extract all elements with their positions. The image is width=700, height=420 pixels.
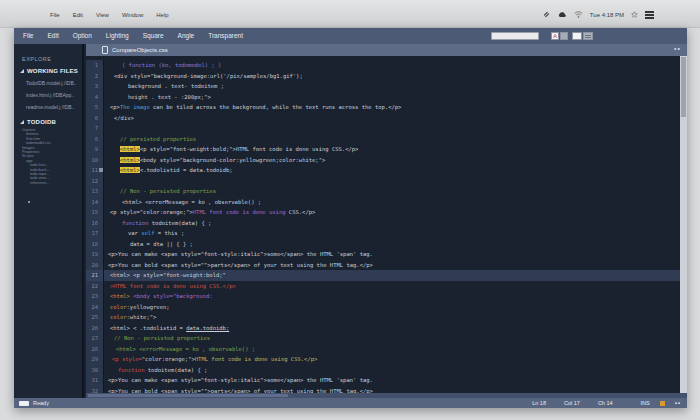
line-number[interactable]: 25 (86, 312, 104, 323)
code-line-text[interactable]: <html> <errorMessage = ko , observable()… (104, 344, 680, 355)
code-line-text[interactable]: <p>You can bold <span style="">parts</sp… (104, 386, 680, 394)
code-line-text[interactable]: <html> < .todolistid = data.todoidb; (104, 323, 680, 334)
line-number[interactable]: 16 (86, 218, 104, 229)
vertical-scrollbar[interactable] (680, 56, 687, 393)
code-line[interactable]: 27// Non - persisted properties (86, 333, 680, 344)
code-line-text[interactable]: >HTML font code is done using CSS.</p> (104, 281, 680, 292)
code-line-text[interactable]: </div> (104, 113, 680, 124)
working-file-item[interactable]: readme.model.j /IDB.. (26, 104, 82, 110)
working-file-item[interactable]: index.html.j /IDBApp.. (26, 92, 82, 98)
line-number[interactable]: 26 (86, 323, 104, 334)
code-line[interactable]: 9<html><p style="font-weight:bold;">HTML… (86, 144, 680, 155)
code-line[interactable]: 6</div> (86, 113, 680, 124)
line-number[interactable]: 28 (86, 344, 104, 355)
code-line[interactable]: 19<p>You can make <span style="font-styl… (86, 249, 680, 260)
code-line-text[interactable]: <html> <body style="background: (104, 291, 680, 302)
code-line[interactable]: 31<p>You can make <span style="font-styl… (86, 375, 680, 386)
code-line-text[interactable]: <html> <errorMessage = ko , observable()… (104, 197, 680, 208)
wifi-icon[interactable] (574, 11, 583, 18)
code-line[interactable]: 20<p>You can bold <span style="">parts</… (86, 260, 680, 271)
line-number[interactable]: 24 (86, 302, 104, 313)
line-number[interactable]: 9 (86, 144, 104, 155)
code-line[interactable]: 28<html> <errorMessage = ko , observable… (86, 344, 680, 355)
code-line[interactable]: 1( function (ko, todomodel) ; ) (86, 60, 680, 71)
code-line[interactable]: 5<p>The image can be tiled across the ba… (86, 102, 680, 113)
code-line[interactable]: 16function todoitem(data) { ; (86, 218, 680, 229)
font-color-button[interactable]: A (551, 32, 559, 40)
line-number[interactable]: 3 (86, 81, 104, 92)
code-line-text[interactable]: function todoitem(data) { ; (104, 365, 680, 376)
line-number[interactable]: 32 (86, 386, 104, 394)
code-line[interactable]: 14<html> <errorMessage = ko , observable… (86, 197, 680, 208)
status-orange-icon[interactable] (660, 401, 665, 406)
toolbar-item-square[interactable]: Square (143, 32, 164, 39)
code-line[interactable]: 4height . text - :200px;"> (86, 92, 680, 103)
code-line-text[interactable]: <p>The image can be tiled across the bac… (104, 102, 680, 113)
code-line-text[interactable]: background . text- todoitem ; (104, 81, 680, 92)
code-line[interactable]: 3background . text- todoitem ; (86, 81, 680, 92)
tab-compareobjects[interactable]: CompareObjects.css (102, 46, 168, 54)
code-line[interactable]: 10<html><body style="background-color:ye… (86, 155, 680, 166)
code-line-text[interactable]: height . text - :200px;"> (104, 92, 680, 103)
code-line[interactable]: 12 (86, 176, 680, 187)
code-line-text[interactable]: ( function (ko, todomodel) ; ) (104, 60, 680, 71)
mac-menu-item-edit[interactable]: Edit (73, 12, 83, 18)
mac-menu-item-view[interactable]: View (96, 12, 109, 18)
code-line[interactable]: 21<html> <p style="font-weight:bold;" (86, 270, 680, 281)
code-line-text[interactable]: <html><p style="font-weight:bold;">HTML … (104, 144, 680, 155)
line-number[interactable]: 5 (86, 102, 104, 113)
scrollbar-thumb[interactable] (681, 57, 686, 117)
code-line-text[interactable]: // Non - persisted properties (104, 333, 680, 344)
code-line[interactable]: 7 (86, 123, 680, 134)
code-line[interactable]: 8// persisted properties (86, 134, 680, 145)
pattern-swatch-button[interactable] (583, 32, 593, 40)
code-line-text[interactable]: // persisted properties (104, 134, 680, 145)
line-number[interactable]: 12 (86, 176, 104, 187)
code-line-text[interactable]: <html><body style="background-color:yell… (104, 155, 680, 166)
line-number[interactable]: 22 (86, 281, 104, 292)
toolbar-item-edit[interactable]: Edit (47, 32, 58, 39)
line-number[interactable]: 4 (86, 92, 104, 103)
tree-item[interactable]: reference... (14, 181, 82, 185)
line-number[interactable]: 20 (86, 260, 104, 271)
link-icon[interactable] (543, 11, 550, 18)
code-line-text[interactable] (104, 176, 680, 187)
code-line[interactable]: 29<p style="color:orange;">HTML font cod… (86, 354, 680, 365)
code-line[interactable]: 11<html><.todolistid = data.todoidb; (86, 165, 680, 176)
line-number[interactable]: 8 (86, 134, 104, 145)
notification-menu-icon[interactable] (645, 11, 654, 19)
line-number[interactable]: 27 (86, 333, 104, 344)
toolbar-item-angle[interactable]: Angle (178, 32, 195, 39)
code-line-text[interactable]: <html> <p style="font-weight:bold;" (104, 270, 680, 281)
code-line[interactable]: 32<p>You can bold <span style="">parts</… (86, 386, 680, 394)
code-line[interactable]: 17var self = this ; (86, 228, 680, 239)
toolbar-item-file[interactable]: File (23, 32, 33, 39)
color-swatch-white[interactable] (572, 32, 582, 40)
line-number[interactable]: 21 (86, 270, 104, 281)
tool-chip-button[interactable] (560, 32, 568, 40)
line-number[interactable]: 30 (86, 365, 104, 376)
code-line-text[interactable]: <div style="background-image:url('/pix/s… (104, 71, 680, 82)
line-number[interactable]: 14 (86, 197, 104, 208)
code-line-text[interactable]: color:white;"> (104, 312, 680, 323)
toolbar-item-lighting[interactable]: Lighting (106, 32, 129, 39)
line-number[interactable]: 17 (86, 228, 104, 239)
cloud-upload-icon[interactable] (557, 11, 567, 18)
line-number[interactable]: 13 (86, 186, 104, 197)
mac-menu-item-file[interactable]: File (50, 12, 60, 18)
code-line-text[interactable] (104, 123, 680, 134)
line-number[interactable]: 23 (86, 291, 104, 302)
line-number[interactable]: 29 (86, 354, 104, 365)
tab-overflow-dots[interactable]: •• (674, 45, 681, 52)
code-line-text[interactable]: <p style="color:orange;">HTML font code … (104, 354, 680, 365)
line-number[interactable]: 11 (86, 165, 104, 176)
toolbar-item-option[interactable]: Option (73, 32, 92, 39)
code-line[interactable]: 2<div style="background-image:url('/pix/… (86, 71, 680, 82)
line-number[interactable]: 18 (86, 239, 104, 250)
code-line[interactable]: 18data = dta || { } ; (86, 239, 680, 250)
code-line-text[interactable]: <p>You can make <span style="font-style:… (104, 249, 680, 260)
code-line-text[interactable]: // Non - persisted properties (104, 186, 680, 197)
code-line-text[interactable]: function todoitem(data) { ; (104, 218, 680, 229)
line-number[interactable]: 2 (86, 71, 104, 82)
line-number[interactable]: 31 (86, 375, 104, 386)
